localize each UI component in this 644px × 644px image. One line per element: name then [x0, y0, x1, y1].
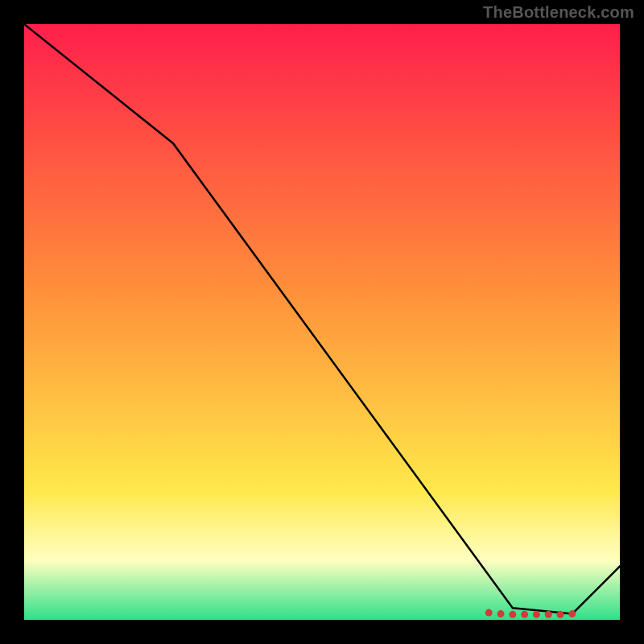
chart-dot: [497, 610, 505, 617]
chart-dot: [533, 611, 540, 618]
chart-container: TheBottleneck.com: [0, 0, 644, 644]
gradient-background: [24, 24, 620, 620]
chart-dot: [568, 610, 576, 617]
plot-area: [24, 24, 620, 620]
chart-dot: [557, 611, 564, 618]
chart-dot: [509, 611, 516, 618]
chart-dot: [485, 609, 493, 617]
chart-dot: [521, 611, 528, 618]
chart-dot: [545, 611, 552, 618]
chart-svg: [24, 24, 620, 620]
watermark-text: TheBottleneck.com: [483, 3, 634, 22]
